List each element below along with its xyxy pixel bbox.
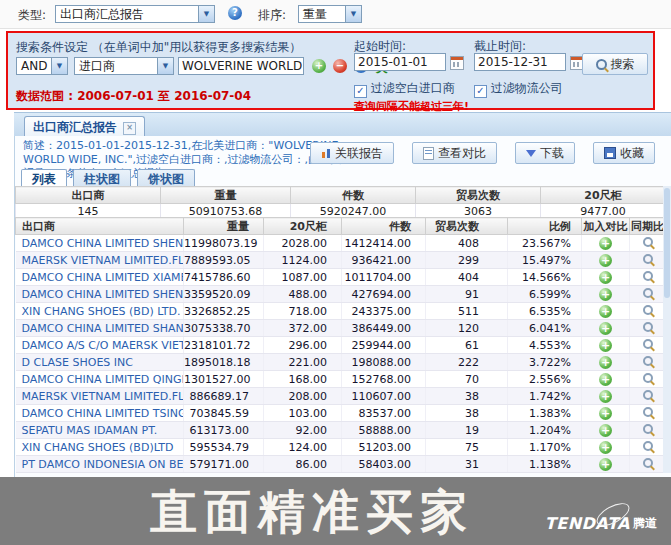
table-row: SEPATU MAS IDAMAN PT.613173.0092.0058888… bbox=[16, 422, 666, 439]
exporter-name-link[interactable]: DAMCO CHINA LIMITED XIAMEN BRANCH bbox=[16, 269, 184, 286]
add-compare-icon[interactable]: + bbox=[599, 407, 612, 420]
view-compare-button[interactable]: 查看对比 bbox=[412, 142, 497, 164]
exporter-table: 出口商重量20尺柜件数贸易次数比例加入对比同期比 DAMCO CHINA LIM… bbox=[15, 217, 666, 473]
filter-blank-checkbox[interactable]: ✓ bbox=[354, 85, 367, 98]
exporter-name-link[interactable]: MAERSK VIETNAM LIMITED.FLOOR 3-4-5, bbox=[16, 252, 184, 269]
sort-label: 排序: bbox=[258, 7, 286, 24]
exporter-name-link[interactable]: DAMCO CHINA LIMITED SHANGHAI BRA... bbox=[16, 320, 184, 337]
related-report-button[interactable]: 关联报告 bbox=[310, 142, 394, 164]
sort-select[interactable]: 重量 ▼ bbox=[298, 5, 362, 23]
add-compare-cell: + bbox=[582, 371, 630, 388]
report-type-select[interactable]: 出口商汇总报告 ▼ bbox=[55, 5, 215, 23]
help-icon[interactable]: ? bbox=[228, 6, 242, 20]
boolean-operator-select[interactable]: AND ▼ bbox=[16, 57, 68, 75]
weight-cell: 2318101.72 bbox=[184, 337, 264, 354]
yoy-search-icon[interactable] bbox=[643, 390, 653, 400]
scrollbar-thumb[interactable] bbox=[664, 188, 670, 298]
weight-cell: 1301527.00 bbox=[184, 371, 264, 388]
start-date-input[interactable]: 2015-01-01 bbox=[354, 53, 446, 71]
chevron-down-icon[interactable]: ▼ bbox=[198, 6, 214, 22]
add-compare-icon[interactable]: + bbox=[599, 254, 612, 267]
weight-cell: 886689.17 bbox=[184, 388, 264, 405]
exporter-name-link[interactable]: DAMCO CHINA LIMITED SHENZHEN BRA... bbox=[16, 235, 184, 252]
add-compare-icon[interactable]: + bbox=[599, 458, 612, 471]
favorite-button[interactable]: 收藏 bbox=[593, 142, 655, 164]
teu-cell: 1124.00 bbox=[264, 252, 342, 269]
end-date-input[interactable]: 2015-12-31 bbox=[474, 53, 566, 71]
add-compare-icon[interactable]: + bbox=[599, 339, 612, 352]
exporter-name-link[interactable]: XIN CHANG SHOES (BD)LTD bbox=[16, 439, 184, 456]
teu-cell: 168.00 bbox=[264, 371, 342, 388]
download-button[interactable]: 下载 bbox=[515, 142, 575, 164]
exporter-name-link[interactable]: XIN CHANG SHOES (BD) LTD. bbox=[16, 303, 184, 320]
filter-blank-checkbox-row: ✓ 过滤空白进口商 bbox=[354, 80, 455, 94]
weight-cell: 3326852.25 bbox=[184, 303, 264, 320]
yoy-search-icon[interactable] bbox=[643, 305, 653, 315]
search-button[interactable]: 搜索 bbox=[582, 53, 648, 75]
yoy-search-icon[interactable] bbox=[643, 254, 653, 264]
calendar-icon[interactable] bbox=[450, 56, 464, 70]
yoy-search-icon[interactable] bbox=[643, 441, 653, 451]
exporter-name-link[interactable]: DAMCO CHINA LIMITED SHENZHEN BRAN bbox=[16, 286, 184, 303]
add-compare-cell: + bbox=[582, 388, 630, 405]
add-compare-icon[interactable]: + bbox=[599, 271, 612, 284]
table-row: DAMCO A/S C/O MAERSK VIETNAM LTD.,231810… bbox=[16, 337, 666, 354]
vertical-scrollbar[interactable] bbox=[663, 186, 671, 473]
teu-cell: 124.00 bbox=[264, 439, 342, 456]
chevron-down-icon[interactable]: ▼ bbox=[345, 6, 361, 22]
exporter-name-link[interactable]: PT DAMCO INDONESIA ON BEHALF OF bbox=[16, 456, 184, 473]
yoy-search-icon[interactable] bbox=[643, 339, 653, 349]
exporter-name-link[interactable]: DAMCO CHINA LIMITED TSINGTAO BRA... bbox=[16, 405, 184, 422]
pieces-cell: 58403.00 bbox=[342, 456, 426, 473]
yoy-search-icon[interactable] bbox=[643, 458, 653, 468]
pieces-cell: 51203.00 bbox=[342, 439, 426, 456]
chevron-down-icon[interactable]: ▼ bbox=[157, 58, 173, 74]
add-compare-icon[interactable]: + bbox=[599, 390, 612, 403]
add-compare-icon[interactable]: + bbox=[599, 441, 612, 454]
yoy-search-icon[interactable] bbox=[643, 373, 653, 383]
tab-exporter-summary-report[interactable]: 出口商汇总报告× bbox=[24, 116, 145, 138]
add-compare-cell: + bbox=[582, 269, 630, 286]
tendata-logo: TENDATA腾道 bbox=[545, 514, 657, 533]
remove-condition-icon[interactable]: − bbox=[333, 59, 347, 73]
pieces-cell: 83537.00 bbox=[342, 405, 426, 422]
add-compare-icon[interactable]: + bbox=[599, 237, 612, 250]
ratio-cell: 1.138% bbox=[508, 456, 582, 473]
yoy-search-icon[interactable] bbox=[643, 288, 653, 298]
exporter-name-link[interactable]: DAMCO CHINA LIMITED QINGDAO BRAN... bbox=[16, 371, 184, 388]
add-compare-icon[interactable]: + bbox=[599, 322, 612, 335]
yoy-search-icon[interactable] bbox=[643, 356, 653, 366]
chevron-down-icon[interactable]: ▼ bbox=[51, 58, 67, 74]
trades-cell: 38 bbox=[426, 388, 508, 405]
sort-value: 重量 bbox=[303, 7, 327, 21]
yoy-search-icon[interactable] bbox=[643, 407, 653, 417]
yoy-cell bbox=[630, 320, 666, 337]
pieces-cell: 427694.00 bbox=[342, 286, 426, 303]
yoy-search-icon[interactable] bbox=[643, 322, 653, 332]
filter-logistics-checkbox[interactable]: ✓ bbox=[474, 85, 487, 98]
ratio-cell: 14.566% bbox=[508, 269, 582, 286]
yoy-search-icon[interactable] bbox=[643, 424, 653, 434]
keyword-input[interactable]: WOLVERINE WORLD bbox=[178, 57, 304, 75]
exporter-name-link[interactable]: D CLASE SHOES INC bbox=[16, 354, 184, 371]
add-condition-icon[interactable]: + bbox=[312, 59, 326, 73]
exporter-name-link[interactable]: MAERSK VIETNAM LIMITED.FLOOR 3-4- bbox=[16, 388, 184, 405]
add-compare-icon[interactable]: + bbox=[599, 288, 612, 301]
yoy-cell bbox=[630, 405, 666, 422]
add-compare-icon[interactable]: + bbox=[599, 373, 612, 386]
table-row: DAMCO CHINA LIMITED QINGDAO BRAN...13015… bbox=[16, 371, 666, 388]
close-icon[interactable]: × bbox=[123, 122, 136, 135]
add-compare-icon[interactable]: + bbox=[599, 305, 612, 318]
yoy-search-icon[interactable] bbox=[643, 271, 653, 281]
exporter-header-cell: 20尺柜 bbox=[264, 218, 342, 235]
exporter-name-link[interactable]: SEPATU MAS IDAMAN PT. bbox=[16, 422, 184, 439]
ratio-cell: 1.383% bbox=[508, 405, 582, 422]
search-icon bbox=[596, 59, 607, 70]
search-field-select[interactable]: 进口商 ▼ bbox=[74, 57, 174, 75]
exporter-name-link[interactable]: DAMCO A/S C/O MAERSK VIETNAM LTD., bbox=[16, 337, 184, 354]
yoy-search-icon[interactable] bbox=[643, 237, 653, 247]
search-button-label: 搜索 bbox=[611, 57, 635, 71]
related-report-label: 关联报告 bbox=[335, 143, 383, 163]
add-compare-icon[interactable]: + bbox=[599, 424, 612, 437]
add-compare-icon[interactable]: + bbox=[599, 356, 612, 369]
